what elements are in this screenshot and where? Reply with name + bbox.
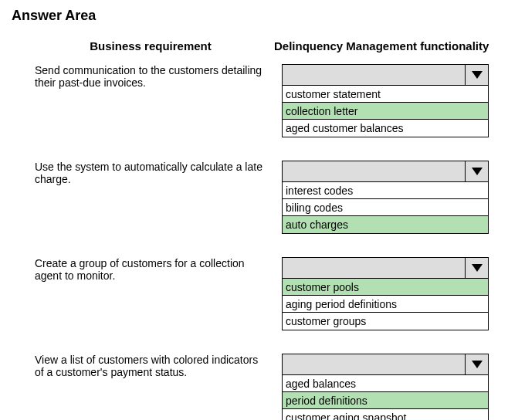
dropdown-option[interactable]: aged customer balances xyxy=(283,120,488,137)
requirement-text: Create a group of customers for a collec… xyxy=(12,257,274,330)
svg-marker-1 xyxy=(472,168,483,175)
dropdown-option[interactable]: customer pools xyxy=(283,279,488,296)
option-list: interest codesbiling codesauto charges xyxy=(282,182,489,234)
dropdown-option[interactable]: customer groups xyxy=(283,313,488,330)
functionality-cell: customer poolsaging period definitionscu… xyxy=(274,257,496,330)
svg-marker-0 xyxy=(472,71,483,79)
svg-marker-3 xyxy=(472,361,483,368)
answer-row: Use the system to automatically calculat… xyxy=(12,161,496,234)
dropdown-option[interactable]: interest codes xyxy=(283,182,488,199)
dropdown-option[interactable]: customer statement xyxy=(283,86,488,103)
answer-row: View a list of customers with colored in… xyxy=(12,354,496,420)
dropdown-header[interactable] xyxy=(282,354,489,375)
chevron-down-icon[interactable] xyxy=(465,354,488,374)
dropdown-header[interactable] xyxy=(282,257,489,279)
dropdown-option[interactable]: biling codes xyxy=(283,199,488,216)
option-list: customer poolsaging period definitionscu… xyxy=(282,279,489,330)
dropdown-option[interactable]: aged balances xyxy=(283,375,488,392)
dropdown-header[interactable] xyxy=(282,161,489,182)
requirement-text: Send communication to the customers deta… xyxy=(12,64,274,137)
answer-row: Send communication to the customers deta… xyxy=(12,64,496,137)
functionality-cell: interest codesbiling codesauto charges xyxy=(274,161,496,234)
requirement-text: View a list of customers with colored in… xyxy=(12,354,274,420)
answer-row: Create a group of customers for a collec… xyxy=(12,257,496,330)
functionality-cell: customer statementcollection letteraged … xyxy=(274,64,496,137)
functionality-cell: aged balancesperiod definitionscustomer … xyxy=(274,354,496,420)
dropdown-option[interactable]: customer aging snapshot xyxy=(283,409,488,420)
dropdown-option[interactable]: auto charges xyxy=(283,216,488,233)
dropdown-option[interactable]: aging period definitions xyxy=(283,296,488,313)
chevron-down-icon[interactable] xyxy=(465,161,488,181)
dropdown-option[interactable]: period definitions xyxy=(283,392,488,409)
dropdown-header[interactable] xyxy=(282,64,489,86)
svg-marker-2 xyxy=(472,264,483,272)
header-delinquency-functionality: Delinquency Management functionality xyxy=(266,39,496,52)
chevron-down-icon[interactable] xyxy=(465,65,488,85)
column-headers: Business requirement Delinquency Managem… xyxy=(12,39,496,52)
page-title: Answer Area xyxy=(12,8,496,24)
header-business-requirement: Business requirement xyxy=(12,39,266,52)
chevron-down-icon[interactable] xyxy=(465,258,488,278)
option-list: customer statementcollection letteraged … xyxy=(282,86,489,137)
dropdown-option[interactable]: collection letter xyxy=(283,103,488,120)
requirement-text: Use the system to automatically calculat… xyxy=(12,161,274,234)
option-list: aged balancesperiod definitionscustomer … xyxy=(282,375,489,420)
